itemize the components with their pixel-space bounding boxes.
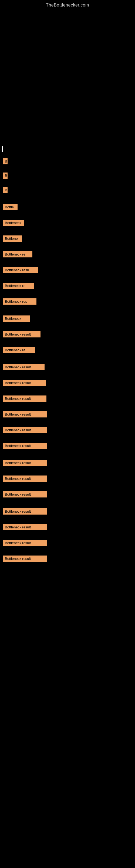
bottleneck-item-sm2[interactable]: Bottleneck: [3, 220, 24, 226]
cursor-line: [2, 146, 3, 152]
bottleneck-item-xs2[interactable]: B: [3, 173, 8, 179]
bottleneck-item-full13[interactable]: Bottleneck result: [3, 556, 47, 562]
bottleneck-item-md3[interactable]: Bottleneck re: [3, 283, 34, 289]
bottleneck-item-full12[interactable]: Bottleneck result: [3, 540, 47, 546]
bottleneck-item-xs3[interactable]: B: [3, 187, 8, 193]
bottleneck-item-full2[interactable]: Bottleneck result: [3, 380, 46, 386]
items-container: BBBBottleBottleneckBottleneBottleneck re…: [0, 158, 135, 562]
site-title: TheBottlenecker.com: [0, 0, 135, 9]
bottleneck-item-lg1[interactable]: Bottleneck: [3, 315, 30, 322]
bottleneck-item-sm1[interactable]: Bottle: [3, 204, 17, 210]
bottleneck-item-md2[interactable]: Bottleneck resu: [3, 267, 38, 273]
bottleneck-item-lg3[interactable]: Bottleneck re: [3, 347, 35, 353]
bottleneck-item-full3[interactable]: Bottleneck result: [3, 396, 46, 402]
bottleneck-item-full1[interactable]: Bottleneck result: [3, 364, 45, 370]
bottleneck-item-full4[interactable]: Bottleneck result: [3, 411, 47, 417]
bottleneck-item-full6[interactable]: Bottleneck result: [3, 443, 47, 449]
bottleneck-item-full8[interactable]: Bottleneck result: [3, 475, 47, 482]
bottleneck-item-sm3[interactable]: Bottlene: [3, 236, 22, 242]
bottleneck-item-md4[interactable]: Bottleneck res: [3, 299, 37, 305]
bottleneck-item-full11[interactable]: Bottleneck result: [3, 524, 47, 530]
bottleneck-item-lg2[interactable]: Bottleneck result: [3, 331, 41, 337]
bottleneck-item-xs1[interactable]: B: [3, 158, 8, 164]
bottleneck-item-full7[interactable]: Bottleneck result: [3, 460, 47, 466]
bottleneck-item-full10[interactable]: Bottleneck result: [3, 508, 47, 515]
bottleneck-item-full5[interactable]: Bottleneck result: [3, 427, 47, 433]
bottleneck-item-md1[interactable]: Bottleneck re: [3, 251, 32, 257]
bottleneck-item-full9[interactable]: Bottleneck result: [3, 491, 47, 497]
